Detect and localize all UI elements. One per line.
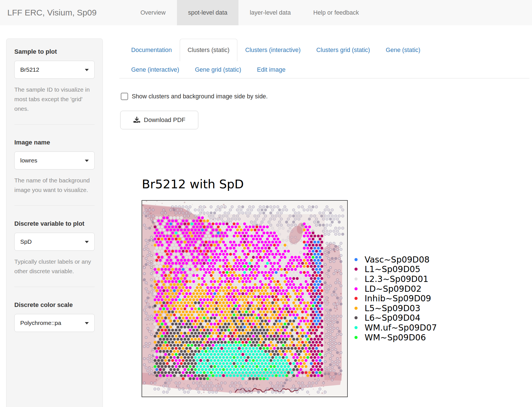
legend-label: Inhib~Sp09D09: [365, 293, 431, 303]
navbar-item-overview[interactable]: Overview: [129, 0, 177, 25]
legend-item-l6-sp09d04: L6~Sp09D04: [354, 313, 437, 323]
navbar-item-layer-level-data[interactable]: layer-level data: [238, 0, 302, 25]
sidebar-help-text: The name of the background image you wan…: [14, 176, 95, 195]
chevron-down-icon: [85, 241, 89, 243]
cluster-plot-canvas: [142, 201, 347, 397]
sample-to-plot-select[interactable]: Br5212: [14, 61, 95, 79]
legend-item-l1-sp09d05: L1~Sp09D05: [354, 264, 437, 274]
content-tabs: DocumentationClusters (static)Clusters (…: [119, 39, 529, 78]
chevron-down-icon: [85, 322, 89, 324]
side-by-side-checkbox[interactable]: [121, 93, 128, 100]
legend-dot: [354, 297, 358, 300]
legend-dot: [354, 258, 358, 261]
legend-label: L5~Sp09D03: [365, 303, 420, 313]
navbar-item-spot-level-data[interactable]: spot-level data: [177, 0, 239, 25]
legend-item-ld-sp09d02: LD~Sp09D02: [354, 284, 437, 294]
download-pdf-button[interactable]: Download PDF: [120, 111, 198, 129]
download-pdf-label: Download PDF: [144, 116, 185, 124]
download-icon: [133, 116, 140, 124]
sidebar-divider: [14, 287, 95, 287]
sidebar-divider: [14, 205, 95, 206]
navbar: LFF ERC, Visium, Sp09 Overviewspot-level…: [0, 0, 532, 25]
tab-clusters-grid-static[interactable]: Clusters grid (static): [308, 39, 378, 61]
chevron-down-icon: [85, 69, 89, 71]
side-by-side-checkbox-row[interactable]: Show clusters and background image side …: [121, 93, 268, 100]
discrete-variable-to-plot-select[interactable]: SpD: [14, 233, 95, 251]
legend-item-wm-uf-sp09d07: WM.uf~Sp09D07: [354, 323, 437, 333]
legend-dot: [354, 287, 358, 290]
tab-row-2: Gene (interactive)Gene grid (static)Edit…: [123, 61, 529, 78]
app-title: LFF ERC, Visium, Sp09: [0, 0, 104, 25]
sidebar: Sample to plotBr5212The sample ID to vis…: [6, 39, 103, 407]
tab-gene-grid-static[interactable]: Gene grid (static): [187, 61, 249, 78]
legend-item-inhib-sp09d09: Inhib~Sp09D09: [354, 293, 437, 303]
select-value: Br5212: [20, 66, 39, 73]
legend-item-l2-3-sp09d01: L2.3~Sp09D01: [354, 274, 437, 284]
tab-documentation[interactable]: Documentation: [123, 39, 180, 61]
legend-item-wm-sp09d06: WM~Sp09D06: [354, 333, 437, 342]
cluster-plot: [142, 200, 348, 397]
side-by-side-checkbox-label: Show clusters and background image side …: [132, 93, 268, 100]
select-value: SpD: [20, 238, 32, 245]
plot-title: Br5212 with SpD: [142, 177, 244, 191]
legend-label: LD~Sp09D02: [365, 284, 422, 294]
legend-label: L1~Sp09D05: [365, 264, 420, 274]
tab-edit-image[interactable]: Edit image: [249, 61, 294, 78]
sidebar-divider: [14, 124, 95, 125]
sidebar-label-image-name: Image name: [14, 138, 95, 147]
legend-label: L6~Sp09D04: [365, 313, 420, 323]
tab-row-1: DocumentationClusters (static)Clusters (…: [123, 39, 529, 61]
legend-label: WM~Sp09D06: [365, 333, 426, 342]
legend-dot: [354, 268, 358, 271]
legend-dot: [354, 336, 358, 339]
select-value: Polychrome::pa: [20, 320, 61, 326]
sidebar-label-sample-to-plot: Sample to plot: [14, 47, 95, 56]
discrete-color-scale-select[interactable]: Polychrome::pa: [14, 314, 95, 332]
tab-gene-static[interactable]: Gene (static): [378, 39, 428, 61]
tab-clusters-interactive[interactable]: Clusters (interactive): [237, 39, 308, 61]
legend-dot: [354, 307, 358, 310]
legend-dot: [354, 326, 358, 329]
tab-clusters-static[interactable]: Clusters (static): [180, 39, 237, 61]
legend-item-l5-sp09d03: L5~Sp09D03: [354, 303, 437, 313]
sidebar-label-discrete-color-scale: Discrete color scale: [14, 300, 95, 309]
sidebar-help-text: The sample ID to visualize in most tabs …: [14, 85, 95, 114]
navbar-item-help-or-feedback[interactable]: Help or feedback: [302, 0, 370, 25]
legend-dot: [354, 277, 358, 281]
plot-legend: Vasc~Sp09D08L1~Sp09D05L2.3~Sp09D01LD~Sp0…: [354, 255, 437, 342]
navbar-items: Overviewspot-level datalayer-level dataH…: [129, 0, 370, 25]
sidebar-label-discrete-variable-to-plot: Discrete variable to plot: [14, 219, 95, 228]
sidebar-help-text: Typically cluster labels or any other di…: [14, 257, 95, 276]
legend-dot: [354, 316, 358, 319]
legend-item-vasc-sp09d08: Vasc~Sp09D08: [354, 255, 437, 264]
legend-label: WM.uf~Sp09D07: [365, 323, 437, 333]
legend-label: Vasc~Sp09D08: [365, 255, 429, 264]
tab-gene-interactive[interactable]: Gene (interactive): [123, 61, 187, 78]
image-name-select[interactable]: lowres: [14, 152, 95, 169]
select-value: lowres: [20, 157, 37, 164]
chevron-down-icon: [85, 160, 89, 162]
legend-label: L2.3~Sp09D01: [365, 274, 428, 284]
